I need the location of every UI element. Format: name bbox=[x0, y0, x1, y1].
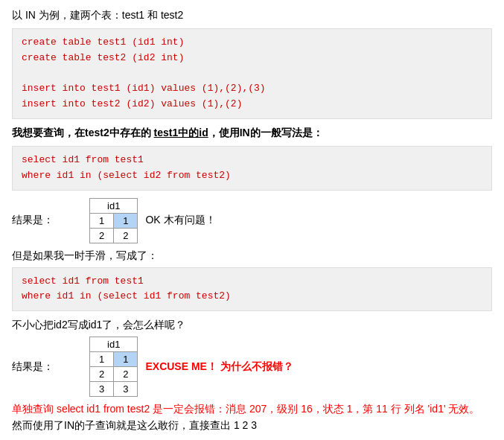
code-line: select id1 from test1 bbox=[22, 274, 482, 290]
code-line: insert into test2 (id2) values (1),(2) bbox=[22, 97, 482, 112]
final-line: 然而使用了IN的子查询就是这么敢衍，直接查出 1 2 3 bbox=[12, 419, 492, 433]
row-num: 2 bbox=[90, 367, 114, 382]
result2-col-header: id1 bbox=[90, 337, 138, 352]
result2-row: 结果是： id1 1 1 2 2 3 3 EXCUSE ME！ 为什么不报错？ bbox=[12, 337, 492, 397]
table-row: 1 1 bbox=[90, 352, 138, 367]
code-block-3: select id1 from test1 where id1 in (sele… bbox=[12, 267, 492, 312]
table-row: 1 1 bbox=[90, 213, 138, 228]
code-line: create table test1 (id1 int) bbox=[22, 35, 482, 51]
code-block-1: create table test1 (id1 int) create tabl… bbox=[12, 28, 492, 119]
cell-value: 2 bbox=[114, 367, 138, 382]
ok-text: OK 木有问题！ bbox=[145, 214, 215, 227]
section4-text: 不小心把id2写成id1了，会怎么样呢？ bbox=[12, 319, 492, 332]
code-line: create table test2 (id2 int) bbox=[22, 51, 482, 66]
row-num: 3 bbox=[90, 382, 114, 397]
cell-value: 1 bbox=[114, 213, 138, 228]
code-line: where id1 in (select id1 from test2) bbox=[22, 289, 482, 305]
excuse-text: EXCUSE ME！ 为什么不报错？ bbox=[145, 360, 293, 374]
code-line: where id1 in (select id2 from test2) bbox=[22, 168, 482, 184]
result1-label: 结果是： bbox=[12, 214, 54, 227]
code-line bbox=[22, 66, 482, 82]
row-num: 2 bbox=[90, 228, 114, 243]
section2-heading: 我想要查询，在test2中存在的 test1中的id，使用IN的一般写法是： bbox=[12, 127, 492, 140]
row-num: 1 bbox=[90, 213, 114, 228]
table-row: 3 3 bbox=[90, 382, 138, 397]
code-block-2: select id1 from test1 where id1 in (sele… bbox=[12, 146, 492, 191]
cell-value: 2 bbox=[114, 228, 138, 243]
table-row: 2 2 bbox=[90, 228, 138, 243]
error-line: 单独查询 select id1 from test2 是一定会报错：消息 207… bbox=[12, 403, 492, 416]
section3-text: 但是如果我一时手滑，写成了： bbox=[12, 249, 492, 263]
intro-text: 以 IN 为例，建两个表：test1 和 test2 bbox=[12, 9, 492, 22]
result1-table: id1 1 1 2 2 bbox=[89, 198, 138, 243]
table-row: 2 2 bbox=[90, 367, 138, 382]
row-num: 1 bbox=[90, 352, 114, 367]
result1-col-header: id1 bbox=[90, 198, 138, 213]
code-line: select id1 from test1 bbox=[22, 153, 482, 168]
result2-table: id1 1 1 2 2 3 3 bbox=[89, 337, 138, 397]
result1-row: 结果是： id1 1 1 2 2 OK 木有问题！ bbox=[12, 198, 492, 243]
cell-value: 3 bbox=[114, 382, 138, 397]
cell-value: 1 bbox=[114, 352, 138, 367]
code-line: insert into test1 (id1) values (1),(2),(… bbox=[22, 81, 482, 97]
result2-label: 结果是： bbox=[12, 360, 54, 374]
